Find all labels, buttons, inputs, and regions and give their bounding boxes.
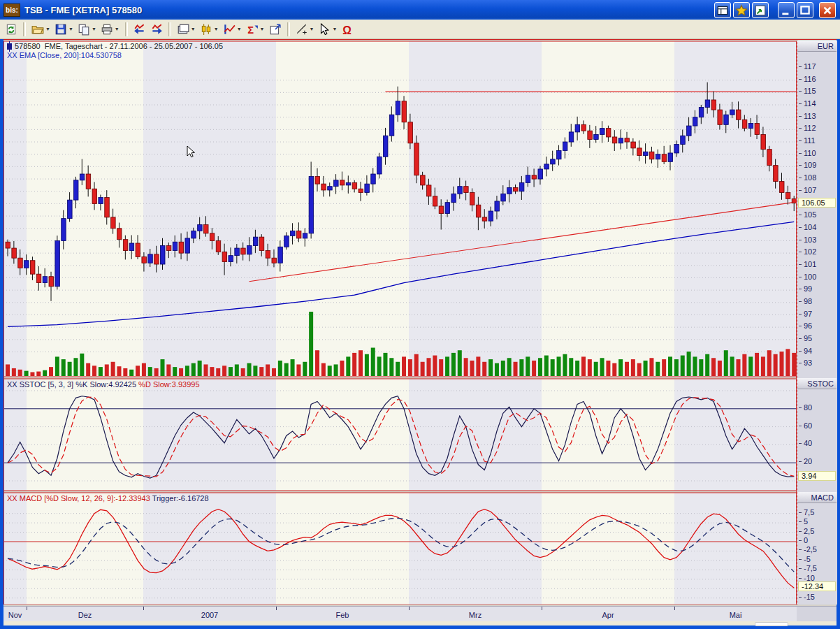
ema-indicator-label: XX EMA [Close, 200]:104.530758: [7, 51, 122, 59]
axis-tick-label: 110: [799, 150, 816, 157]
axis-tick-label: 20: [799, 458, 812, 465]
chart-link-button[interactable]: [752, 2, 769, 18]
axis-tick-label: 101: [799, 261, 816, 268]
time-axis-tick: [542, 607, 542, 610]
app-window: bis: TSB - FME [XETRA] 578580 ▼▼▼▼▼▼▼Σ▼▼…: [0, 0, 840, 629]
axis-tick-label: 60: [799, 422, 812, 430]
mouse-cursor: [187, 145, 196, 159]
dropdown-arrow-icon[interactable]: ▼: [45, 27, 50, 31]
axis-tick-label: 5: [799, 518, 808, 526]
pointer-button[interactable]: ▼: [316, 20, 339, 38]
axis-tick-label: 116: [799, 75, 816, 83]
chart-forward-button[interactable]: [148, 20, 165, 38]
axis-tick-label: 109: [799, 161, 816, 169]
svg-text:Ω: Ω: [343, 24, 352, 35]
chart-canvas[interactable]: [3, 41, 797, 605]
dropdown-arrow-icon[interactable]: ▼: [68, 27, 73, 31]
time-axis-tick: [27, 607, 27, 610]
macd-indicator-label: XX MACD [%D Slow, 12, 26, 9]:-12.33943 T…: [7, 494, 209, 503]
axis-title-sstoc: SSTOC: [797, 378, 837, 389]
close-button[interactable]: [819, 2, 836, 18]
formula-button[interactable]: Σ▼: [244, 20, 267, 38]
sstoc-label-main: XX SSTOC [5, 3, 3] %K Slow:4.92425: [7, 380, 136, 389]
axis-tick-label: 0: [799, 537, 808, 544]
instrument-icon: [7, 43, 12, 50]
toolbar-separator: [168, 22, 171, 36]
dropdown-arrow-icon[interactable]: ▼: [237, 27, 242, 31]
axis-tick-label: 103: [799, 236, 816, 244]
axis-tick-label: -5: [799, 556, 811, 563]
app-icon: bis:: [3, 3, 20, 17]
axis-tick-label: 40: [799, 440, 812, 447]
dropdown-arrow-icon[interactable]: ▼: [214, 27, 219, 31]
window-title: TSB - FME [XETRA] 578580: [24, 5, 142, 15]
time-axis-tick: [674, 607, 675, 610]
axis-tick-label: 97: [799, 310, 812, 318]
layout-button[interactable]: ▼: [175, 20, 198, 38]
axis-tick-label: 80: [799, 404, 812, 412]
axis-tick-label: 114: [799, 100, 816, 108]
svg-text:Σ: Σ: [247, 24, 254, 35]
chart-back-button[interactable]: [131, 20, 148, 38]
macd-label-trigger: Trigger:-6.16728: [150, 494, 209, 503]
axis-tick-label: 111: [799, 137, 816, 145]
open-button[interactable]: ▼: [29, 20, 52, 38]
time-axis-tick: [143, 607, 144, 610]
axis-tick-label: 115: [799, 87, 816, 95]
month-label: Mrz: [469, 611, 481, 619]
draw-line-button[interactable]: ▼: [294, 20, 317, 38]
scrollbar-thumb[interactable]: [755, 622, 788, 626]
save-button[interactable]: ▼: [52, 20, 75, 38]
minimize-button[interactable]: [778, 2, 795, 18]
dropdown-arrow-icon[interactable]: ▼: [332, 27, 337, 31]
time-axis[interactable]: NovDez2007FebMrzAprMai: [3, 606, 797, 622]
axis-tick-label: 7,5: [799, 509, 814, 516]
current-value-badge: 3.94: [798, 471, 836, 481]
month-label: Apr: [602, 611, 614, 619]
magnet-button[interactable]: Ω: [339, 20, 356, 38]
maximize-button[interactable]: [797, 2, 813, 18]
axis-tick-label: 113: [799, 113, 816, 120]
print-button[interactable]: ▼: [99, 20, 122, 38]
horizontal-scrollbar[interactable]: [3, 621, 837, 626]
axis-tick-label: 100: [799, 273, 816, 281]
toolbar-separator: [23, 22, 26, 36]
value-axis-column[interactable]: EURSSTOCMACD1171161151141131121111101091…: [797, 41, 837, 605]
current-value-badge: 106.05: [798, 198, 836, 208]
indicator-button[interactable]: ▼: [221, 20, 244, 38]
dropdown-arrow-icon[interactable]: ▼: [260, 27, 265, 31]
dropdown-arrow-icon[interactable]: ▼: [115, 27, 120, 31]
current-value-badge: -12.34: [798, 581, 836, 591]
template-button[interactable]: [267, 20, 284, 38]
sstoc-label-d: %D Slow:3.93995: [136, 380, 200, 389]
axis-tick-label: 94: [799, 347, 812, 355]
axis-tick-label: 99: [799, 285, 812, 293]
month-label: Dez: [78, 611, 92, 619]
axis-tick-label: -10: [799, 574, 815, 582]
month-label: Feb: [336, 611, 349, 619]
axis-tick-label: 104: [799, 224, 816, 231]
month-label: Mai: [730, 611, 742, 619]
window-list-button[interactable]: [714, 2, 731, 18]
chart-type-button[interactable]: ▼: [198, 20, 221, 38]
axis-tick-label: 105: [799, 211, 816, 219]
axis-title-macd: MACD: [797, 492, 837, 503]
favorite-star-button[interactable]: [733, 2, 750, 18]
refresh-button[interactable]: [3, 20, 20, 38]
axis-corner: [797, 606, 837, 622]
macd-label-main: XX MACD [%D Slow, 12, 26, 9]:-12.33943: [7, 494, 150, 503]
dropdown-arrow-icon[interactable]: ▼: [191, 27, 196, 31]
axis-title-eur: EUR: [797, 41, 837, 52]
title-bar[interactable]: bis: TSB - FME [XETRA] 578580: [0, 0, 840, 20]
chart-title: 578580 FME, Tageschart - 27.11.2006 - 25…: [15, 42, 223, 50]
axis-tick-label: -15: [799, 593, 815, 601]
axis-tick-label: 95: [799, 335, 812, 342]
dropdown-arrow-icon[interactable]: ▼: [92, 27, 96, 31]
copy-button[interactable]: ▼: [75, 20, 99, 38]
chart-client-area: 578580 FME, Tageschart - 27.11.2006 - 25…: [3, 39, 837, 626]
dropdown-arrow-icon[interactable]: ▼: [310, 27, 314, 31]
main-toolbar: ▼▼▼▼▼▼▼Σ▼▼▼Ω: [0, 20, 840, 39]
axis-tick-label: 108: [799, 174, 816, 182]
titlebar-buttons: [712, 2, 836, 18]
month-label: 2007: [201, 611, 218, 619]
